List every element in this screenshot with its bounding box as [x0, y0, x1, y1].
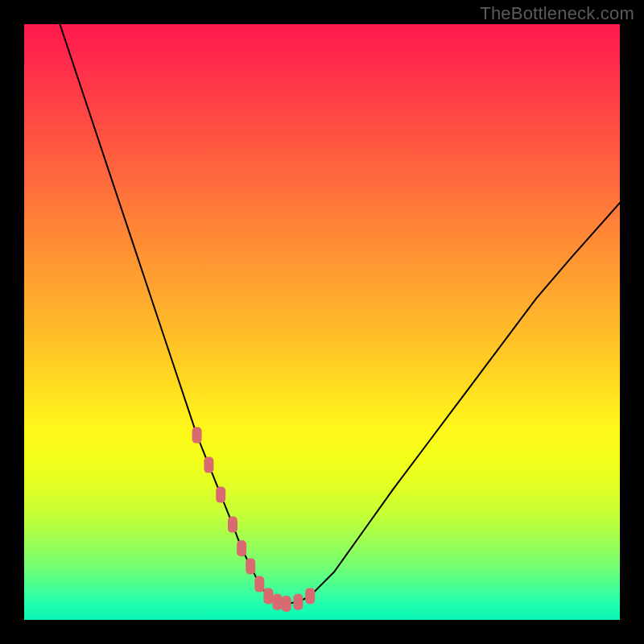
chart-svg [24, 24, 620, 620]
highlight-marker [237, 540, 246, 556]
highlight-marker [216, 487, 225, 503]
chart-stage: TheBottleneck.com [0, 0, 644, 644]
highlight-marker [228, 517, 237, 533]
highlight-marker [273, 594, 283, 610]
plot-area [24, 24, 620, 620]
bottleneck-curve [60, 24, 620, 604]
highlight-marker [204, 457, 213, 473]
highlight-marker [192, 427, 202, 444]
highlight-marker [305, 588, 315, 604]
highlight-marker [293, 594, 303, 610]
highlight-marker [246, 558, 255, 574]
highlight-marker [254, 576, 264, 592]
watermark-text: TheBottleneck.com [480, 3, 634, 24]
highlight-marker [263, 588, 273, 604]
highlight-markers [192, 427, 316, 612]
highlight-marker [282, 596, 291, 612]
